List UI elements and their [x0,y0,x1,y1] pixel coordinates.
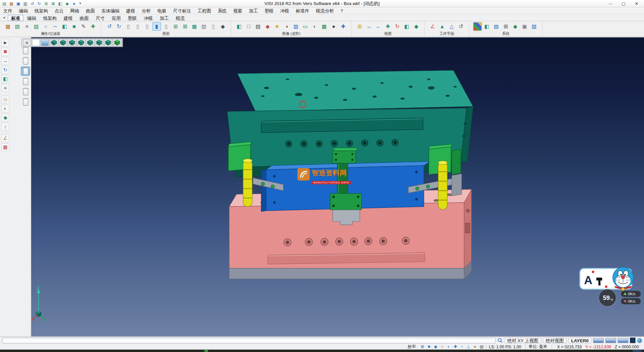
element-filter-icon[interactable]: ▧ [32,22,41,31]
hide-selected-icon[interactable]: ▧ [200,22,208,31]
select-tool-icon[interactable]: ► [1,39,9,47]
tab-molding[interactable]: 塑膜 [124,14,140,20]
menu-point-cloud[interactable]: 点云 [51,7,67,14]
copy-attributes-icon[interactable]: ✎ [79,22,88,31]
filter-solids-icon[interactable]: ■ [70,22,78,31]
render-materials-icon[interactable]: ◆ [263,22,272,31]
capture-percent-badge[interactable]: 59 % [599,289,616,306]
view-mode-field[interactable]: 绝对 XY 上视图 [504,338,541,343]
side-tab-1[interactable] [21,46,30,55]
wireframe-view-icon[interactable]: □ [245,22,253,31]
menu-edit[interactable]: 编辑 [16,7,32,14]
render-lights-icon[interactable]: ★ [273,22,281,31]
ungroup-elements-icon[interactable]: ⊠ [181,22,190,31]
filter-surfaces-icon[interactable]: ◧ [60,22,69,31]
snap-tangent-icon[interactable]: ○ [459,344,465,349]
menu-system[interactable]: 系统 [214,7,230,14]
import-file-icon[interactable]: ⊞ [43,0,49,6]
zoom-previous-icon[interactable]: ← [374,22,383,31]
quick-access-caret-icon[interactable]: ▼ [79,2,82,5]
texture-mapping-icon[interactable]: ▩ [320,22,329,31]
tab-wireframe[interactable]: 线架构 [40,14,60,20]
display-settings-icon[interactable]: ▤ [492,22,501,31]
measure-tool-icon[interactable]: ↕ [1,123,9,131]
overlay-letter[interactable]: A [584,274,592,287]
view-bottom-button[interactable] [104,39,112,46]
view-left-button[interactable] [86,39,94,46]
screen-layout-icon[interactable]: ◧ [483,22,491,31]
side-tab-2[interactable] [21,56,30,65]
viewport-3d[interactable]: 智造资料网 MANUFACTURING DATA Z [31,37,644,336]
background-color-swatch[interactable] [630,338,635,343]
attribute-color-icon[interactable]: ▦ [4,22,12,31]
undo-action-icon[interactable]: ↺ [29,0,35,6]
line-style-icon[interactable]: ≡ [22,22,31,31]
display-list-4-icon[interactable]: ▮ [152,22,161,31]
delete-tool-icon[interactable]: ✖ [1,48,9,56]
snap-midpoint-icon[interactable]: ◆ [433,344,438,349]
menu-stamping[interactable]: 冲模 [277,7,292,14]
snap-intersection-icon[interactable]: ✚ [452,344,458,349]
search-icon[interactable] [497,338,503,343]
grid-settings-icon[interactable]: ⊞ [501,22,510,31]
background-settings-icon[interactable]: ▨ [291,22,300,31]
side-tab-6[interactable] [21,97,30,106]
zoom-window-icon[interactable]: ⊞ [355,22,364,31]
tab-moldflow[interactable]: 模流 [172,14,188,20]
menu-file[interactable]: 文件 [0,7,16,14]
color-palette-icon[interactable] [473,22,482,31]
snap-perpendicular-icon[interactable]: ⊥ [466,344,471,349]
view-iso-button[interactable] [50,39,58,46]
snap-settings-icon[interactable]: ▤ [479,344,484,349]
shaded-view-icon[interactable]: ◧ [235,22,244,31]
tab-standard[interactable]: 标准 [8,14,23,20]
menu-help[interactable]: ? [337,8,346,13]
side-tab-5[interactable] [21,87,30,96]
dimension-tool-icon[interactable]: ∠ [1,134,9,142]
menu-mesh[interactable]: 网格 [67,7,83,14]
maximize-button[interactable]: ▢ [620,1,627,6]
performance-monitor-icon[interactable]: ▨ [530,22,539,31]
menu-window[interactable]: 视窗 [230,7,246,14]
menu-moldflow-analysis[interactable]: 模流分析 [313,7,337,14]
workplane-3points-icon[interactable]: △ [447,22,456,31]
redo-action-icon[interactable]: ↻ [36,0,42,6]
redraw-icon[interactable]: ↺ [105,22,114,31]
graphics-options-icon[interactable]: ◆ [218,22,227,31]
snap-grid-icon[interactable]: ⊞ [420,344,425,349]
regenerate-icon[interactable]: ↻ [115,22,123,31]
palette-tool-icon[interactable]: ▦ [1,143,9,151]
view-mode2-field[interactable]: 绝对视图 [543,338,567,343]
snap-nearest-icon[interactable]: ● [472,344,478,349]
menu-standard-parts[interactable]: 标准件 [292,7,313,14]
capture-overlay-widget[interactable]: A [578,265,644,310]
attribute-layer-icon[interactable]: ▤ [13,22,22,31]
workplane-xy-icon[interactable]: ∠ [428,22,437,31]
view-top-button[interactable] [59,39,67,46]
tab-machining[interactable]: 加工 [156,14,172,20]
view-right-button[interactable] [95,39,103,46]
message-field[interactable] [2,338,496,343]
side-tab-4[interactable] [21,77,30,86]
open-document-icon[interactable]: ▦ [8,0,14,6]
snap-center-icon[interactable]: ○ [439,344,445,349]
multi-view-icon[interactable]: ◆ [412,22,421,31]
fillet-tool-icon[interactable]: ◐ [1,104,9,113]
display-list-3-icon[interactable]: ▯ [143,22,152,31]
paste-attributes-icon[interactable]: ✚ [89,22,97,31]
view-options-button[interactable]: ≡ [23,39,31,46]
layer-color-swatch-2[interactable] [605,338,616,343]
layer-color-swatch-3[interactable] [618,338,629,343]
print-document-icon[interactable]: ▥ [22,0,28,6]
render-settings-icon[interactable]: ✚ [339,22,347,31]
group-elements-icon[interactable]: ⊞ [171,22,180,31]
snap-lock-label[interactable]: 拴牢 [405,344,418,350]
hidden-line-view-icon[interactable]: ▤ [254,22,263,31]
model-3d-scene[interactable] [31,37,644,336]
menu-machining[interactable]: 加工 [246,7,261,14]
snap-quadrant-icon[interactable]: ◐ [446,344,451,349]
tab-modeling[interactable]: 建模 [60,14,76,20]
display-list-1-icon[interactable]: ▯ [124,22,133,31]
chamfer-tool-icon[interactable]: ◆ [1,114,9,122]
layer-color-swatch-1[interactable] [593,338,604,343]
